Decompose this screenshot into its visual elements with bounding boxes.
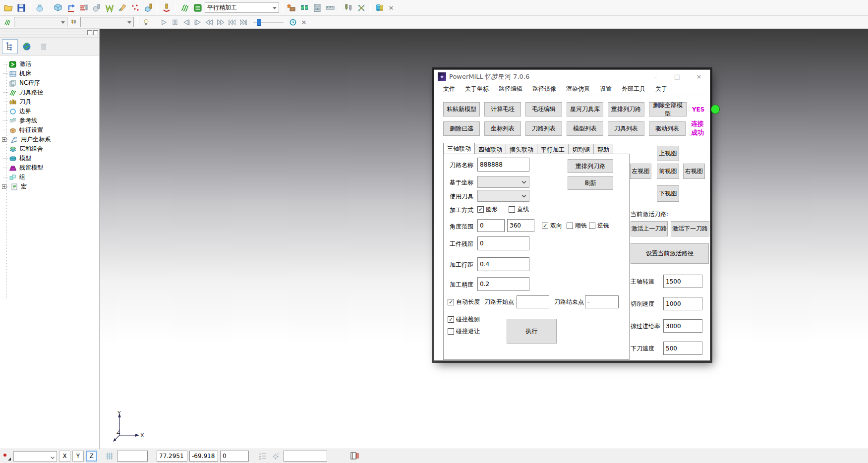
circular-checkbox[interactable]: 圆形 [477,205,498,214]
measure-field[interactable] [284,451,327,462]
tree-item-levels-sets[interactable]: 层和组合 [3,144,99,154]
stepover-input[interactable]: 0.4 [477,257,529,271]
tree-item-boundaries[interactable]: 边界 [3,107,99,116]
pattern-pencil-icon[interactable] [116,2,128,14]
refresh-button[interactable]: 刷新 [568,176,613,190]
toolpath-list-button[interactable]: 刀路列表 [525,121,562,136]
play-icon[interactable] [159,17,169,27]
left-view-button[interactable]: 左视图 [630,164,651,179]
step-forward-icon[interactable] [193,17,203,27]
feeds-speeds-icon[interactable] [161,2,173,14]
start-point-input[interactable] [517,295,549,308]
panel-float-icon[interactable] [87,30,92,35]
axis-x-button[interactable]: X [59,451,70,462]
paste-new-model-button[interactable]: 粘贴新模型 [443,102,480,116]
calc-block-button[interactable]: 计算毛坯 [484,102,521,116]
conventional-checkbox[interactable]: 逆铣 [589,222,609,230]
stock-remain-input[interactable]: 0 [477,236,529,250]
panel-grip[interactable] [0,29,99,38]
boundary-w-icon[interactable] [104,2,116,14]
drive-list-button[interactable]: 驱动列表 [649,121,686,136]
activate-prev-toolpath-button[interactable]: 激活上一刀路 [631,221,668,236]
shaded-view-icon[interactable] [34,2,46,14]
calculator-icon[interactable] [311,2,323,14]
dialog-titlebar[interactable]: ★ PowerMILL 忆梦星河 7.0.6 – □ × [434,70,710,83]
front-view-button[interactable]: 前视图 [657,164,679,179]
save-project-icon[interactable] [15,2,27,14]
queue-pause-icon[interactable] [349,451,360,462]
explorer-trash-tab[interactable] [36,39,52,54]
based-coord-select[interactable] [477,176,529,188]
tree-item-tools[interactable]: 刀具 [3,97,99,107]
toolbar-close-icon[interactable]: × [299,18,308,26]
expand-icon[interactable]: + [2,137,6,142]
delete-selected-button[interactable]: 删除已选 [443,121,480,136]
points-icon[interactable] [129,2,141,14]
tree-item-models[interactable]: 模型 [3,154,99,163]
block-edit-button[interactable]: 毛坯编辑 [525,102,562,116]
strategy-combobox[interactable]: 平行精加工 [205,2,279,13]
tab-saw[interactable]: 切割锯 [568,144,594,154]
explorer-tree-tab[interactable] [2,39,18,54]
minimize-icon[interactable]: – [644,70,666,83]
grid-size-field[interactable] [117,451,148,462]
anchor-point-icon[interactable] [271,451,282,462]
collision-avoid-checkbox[interactable]: 碰撞避让 [448,327,480,336]
model-list-button[interactable]: 模型列表 [567,121,603,136]
tree-item-patterns[interactable]: 参考线 [3,116,99,125]
rewind-icon[interactable] [204,17,214,27]
tree-item-groups[interactable]: 组 [3,173,99,182]
open-project-icon[interactable] [2,2,14,14]
use-tool-select[interactable] [477,190,529,202]
close-icon[interactable]: × [688,70,710,83]
simulation-speed-slider[interactable] [253,18,284,26]
rearrange-toolpath-button-2[interactable]: 重排列刀路 [568,159,613,173]
tool-library-button[interactable]: 星河刀具库 [567,102,603,116]
menu-about-coords[interactable]: 关于坐标 [460,83,494,95]
menu-about[interactable]: 关于 [650,83,672,95]
menu-render-sim[interactable]: 渲染仿真 [561,83,595,95]
tab-parallel[interactable]: 平行加工 [537,144,569,154]
go-to-end-icon[interactable] [238,17,248,27]
delete-all-models-button[interactable]: 删除全部模型 [649,102,687,116]
collision-check-checkbox[interactable]: 碰撞检测 [448,315,480,324]
cutting-feed-input[interactable]: 1000 [663,297,702,310]
top-view-button[interactable]: 上视图 [657,146,679,161]
plunge-feed-input[interactable]: 500 [663,342,702,355]
z-heights-icon[interactable] [78,2,90,14]
tab-head-linkage[interactable]: 摆头联动 [506,144,537,154]
tool-block-icon[interactable] [142,2,154,14]
end-point-input[interactable]: - [585,295,619,308]
tree-item-macros[interactable]: +宏 [3,182,99,191]
spindle-speed-input[interactable]: 1500 [663,275,702,288]
toolbox-icon[interactable] [286,2,297,14]
sim-toolpath-combobox[interactable] [14,17,67,27]
coord-x-field[interactable]: 77.2951 [157,451,187,462]
tree-item-nc-program[interactable]: NC程序 [3,78,99,88]
strategy-list-icon[interactable] [192,2,204,14]
pause-icon[interactable] [170,17,180,27]
go-to-start-icon[interactable] [227,17,237,27]
coord-list-button[interactable]: 坐标列表 [484,121,521,136]
menu-settings[interactable]: 设置 [595,83,617,95]
tab-help[interactable]: 帮助 [593,144,613,154]
maximize-icon[interactable]: □ [666,70,688,83]
tree-item-activate[interactable]: 激活 [3,59,99,69]
slider-handle[interactable] [257,19,261,26]
bottom-view-button[interactable]: 下视图 [657,185,679,202]
step-back-icon[interactable] [181,17,191,27]
explorer-web-tab[interactable] [19,39,35,54]
execute-button[interactable]: 执行 [507,319,557,344]
stock-cylinders-icon[interactable] [374,2,386,14]
tree-item-stock-models[interactable]: 残留模型 [3,163,99,173]
menu-file[interactable]: 文件 [438,83,460,95]
bidirectional-checkbox[interactable]: 双向 [542,222,562,230]
cursor-mode-button[interactable] [1,451,11,461]
tolerance-input[interactable]: 0.2 [477,277,529,291]
fast-forward-icon[interactable] [216,17,226,27]
block-icon[interactable] [52,2,64,14]
cross-arrows-icon[interactable] [355,2,367,14]
panel-close-icon[interactable] [93,30,98,35]
toolpath-name-input[interactable]: 888888 [477,158,529,172]
tab-3axis[interactable]: 三轴联动 [443,143,475,154]
